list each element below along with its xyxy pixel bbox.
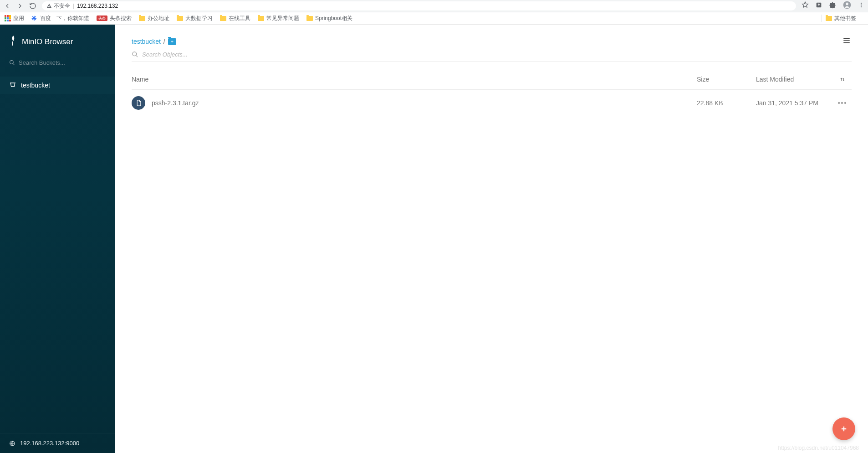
address-bar[interactable]: 不安全 | 192.168.223.132 [42,1,796,10]
search-buckets-input[interactable] [19,59,106,66]
bookmark-folder[interactable]: 办公地址 [139,15,169,22]
bookmark-label: 大数据学习 [185,15,213,22]
main-panel: testbucket / + Name Size Last Modified [115,25,868,453]
bookmark-label: 头条搜索 [110,15,132,22]
object-modified: Jan 31, 2021 5:37 PM [756,99,833,107]
folder-icon [826,16,832,21]
column-name[interactable]: Name [132,76,697,83]
search-icon [9,60,15,66]
object-row[interactable]: pssh-2.3.1.tar.gz 22.88 KB Jan 31, 2021 … [132,90,852,116]
bookmark-folder[interactable]: 大数据学习 [177,15,213,22]
app-title: MinIO Browser [22,37,73,46]
bookmark-label: Springboot相关 [315,15,352,22]
breadcrumb: testbucket / + [132,38,176,45]
folder-icon [177,16,183,21]
bookmark-toutiao[interactable]: 头条 头条搜索 [97,15,132,22]
svg-point-4 [861,5,862,5]
url-text: 192.168.223.132 [77,3,118,9]
folder-icon [306,16,313,21]
minio-logo-icon [9,35,17,49]
file-icon [132,96,145,110]
security-label: 不安全 [54,2,70,10]
breadcrumb-bucket-link[interactable]: testbucket [132,38,161,45]
address-separator: | [73,3,74,9]
sidebar: MinIO Browser testbucket 192.168.223.132… [0,25,115,453]
svg-point-8 [133,52,137,56]
objects-search [132,51,852,62]
bookmark-label: 在线工具 [229,15,250,22]
forward-button[interactable] [16,2,24,10]
search-icon [132,51,138,58]
baidu-icon: ❈ [31,15,38,21]
kebab-menu-icon[interactable] [858,2,864,10]
sort-toggle[interactable] [833,76,852,82]
object-size: 22.88 KB [697,99,756,107]
bookmark-folder[interactable]: 在线工具 [220,15,250,22]
bookmark-baidu[interactable]: ❈ 百度一下，你就知道 [31,15,89,22]
globe-icon [9,440,15,447]
bucket-icon [9,81,16,89]
bookmarks-separator [822,15,822,22]
objects-table-header: Name Size Last Modified [132,62,852,90]
bookmark-label: 办公地址 [148,15,169,22]
folder-icon [258,16,264,21]
bookmark-label: 百度一下，你就知道 [40,15,89,22]
apps-grid-icon [5,15,11,21]
apps-shortcut[interactable]: 应用 [5,15,24,22]
object-actions-button[interactable]: ••• [833,99,852,107]
sidebar-header: MinIO Browser [0,25,115,59]
breadcrumb-separator: / [163,38,165,45]
toutiao-icon: 头条 [97,15,107,21]
svg-point-3 [861,3,862,4]
download-icon[interactable] [815,1,822,10]
star-icon[interactable] [802,1,809,10]
sidebar-search [0,59,115,77]
bucket-item-testbucket[interactable]: testbucket [0,77,115,94]
apps-label: 应用 [13,15,24,22]
folder-icon [139,16,145,21]
column-size[interactable]: Size [697,76,756,83]
svg-point-2 [846,3,848,5]
profile-icon[interactable] [842,0,852,11]
sidebar-footer: 192.168.223.132:9000 [0,433,115,453]
add-folder-button[interactable]: + [168,38,176,45]
bookmark-folder[interactable]: Springboot相关 [306,15,352,22]
column-modified[interactable]: Last Modified [756,76,833,83]
svg-point-5 [861,6,862,7]
bookmark-label: 其他书签 [834,15,856,22]
back-button[interactable] [4,2,11,10]
menu-button[interactable] [842,36,852,46]
other-bookmarks[interactable]: 其他书签 [826,15,856,22]
search-objects-input[interactable] [142,51,852,58]
extensions-icon[interactable] [829,1,836,10]
svg-point-6 [10,61,14,64]
host-label: 192.168.223.132:9000 [20,440,79,447]
upload-fab[interactable] [832,417,855,440]
reload-button[interactable] [29,2,36,10]
browser-toolbar: 不安全 | 192.168.223.132 [0,0,868,12]
bookmark-folder[interactable]: 常见异常问题 [258,15,299,22]
minio-app: MinIO Browser testbucket 192.168.223.132… [0,25,868,453]
watermark-text: https://blog.csdn.net/u011047968 [778,445,859,451]
bookmark-label: 常见异常问题 [266,15,299,22]
folder-icon [220,16,226,21]
bucket-name-label: testbucket [21,82,50,89]
bookmarks-bar: 应用 ❈ 百度一下，你就知道 头条 头条搜索 办公地址 大数据学习 在线工具 常… [0,12,868,25]
object-name: pssh-2.3.1.tar.gz [152,99,697,107]
bucket-list: testbucket [0,77,115,433]
security-warning-icon[interactable]: 不安全 [46,2,70,10]
